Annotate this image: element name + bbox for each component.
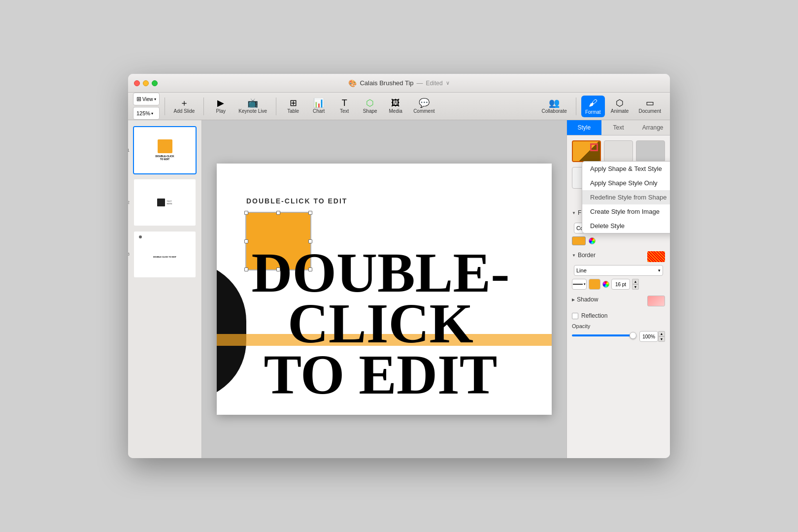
handle-top-mid[interactable] xyxy=(276,211,280,215)
text-button[interactable]: T Text xyxy=(332,96,356,117)
border-color-picker[interactable] xyxy=(602,281,609,288)
close-button[interactable] xyxy=(134,80,140,86)
media-button[interactable]: 🖼 Media xyxy=(384,96,407,117)
opacity-down[interactable]: ▼ xyxy=(658,336,665,342)
ctx-redefine-style[interactable]: Redefine Style from Shape xyxy=(582,190,670,204)
ctx-create-style[interactable]: Create Style from Image xyxy=(582,204,670,219)
fill-triangle: ▼ xyxy=(572,211,576,215)
reflection-checkbox[interactable] xyxy=(572,313,578,319)
document-icon: ▭ xyxy=(646,99,654,107)
style-grid-container: + Apply Shape & Text Style Apply Shape S… xyxy=(572,140,665,189)
zoom-button[interactable]: 125% ▾ xyxy=(133,107,160,120)
slide-thumb-2[interactable]: 2 TEXTHERE xyxy=(133,178,197,227)
collaborate-button[interactable]: 👥 Collaborate xyxy=(538,96,571,117)
slide-num-3: 3 xyxy=(128,252,130,257)
shadow-header-row: ▶ Shadow xyxy=(572,296,665,306)
style-swatch-1[interactable] xyxy=(572,140,601,162)
table-button[interactable]: ⊞ Table xyxy=(281,96,305,117)
handle-top-right[interactable] xyxy=(308,211,312,215)
border-header: ▼ Border xyxy=(572,252,596,259)
keynote-live-button[interactable]: 📺 Keynote Live xyxy=(234,96,271,117)
slide-subtitle: DOUBLE-CLICK TO EDIT xyxy=(246,197,347,205)
ctx-delete-style[interactable]: Delete Style xyxy=(582,219,670,233)
slide-2-text: TEXTHERE xyxy=(166,200,172,205)
slide-text-line2: TO EDIT xyxy=(217,349,552,400)
border-color-swatch[interactable] xyxy=(647,251,665,262)
slide-canvas: DOUBLE-CLICK TO EDIT DOUBLE-CLICK TO EDI… xyxy=(217,164,552,415)
ctx-apply-shape-text[interactable]: Apply Shape & Text Style xyxy=(582,162,670,176)
slide-num-2: 2 xyxy=(128,200,130,205)
fill-color-row xyxy=(572,236,665,245)
opacity-control-row: 100% ▲ ▼ xyxy=(572,331,665,342)
slide-thumb-1[interactable]: 1 DOUBLE-CLICKTO EDIT xyxy=(133,126,197,174)
slide-thumb-3[interactable]: 3 DOUBLE CLICK TO EDIT xyxy=(133,231,197,279)
toolbar: ⊞ View ▾ 125% ▾ ＋ Add Slide ▶ Play 📺 Key… xyxy=(128,93,670,120)
shape-icon: ⬡ xyxy=(366,99,374,107)
fill-color-picker[interactable] xyxy=(589,237,596,244)
opacity-value-box: 100% xyxy=(639,331,658,342)
minimize-button[interactable] xyxy=(143,80,149,86)
play-button[interactable]: ▶ Play xyxy=(209,96,233,117)
shadow-label: Shadow xyxy=(577,296,598,303)
border-size-box: 16 pt xyxy=(611,279,630,290)
ctx-apply-shape-only[interactable]: Apply Shape Style Only xyxy=(582,176,670,190)
opacity-up[interactable]: ▲ xyxy=(658,331,665,336)
border-line-style[interactable]: ▾ xyxy=(572,279,587,290)
fill-small-swatch[interactable] xyxy=(572,236,586,245)
app-window: 🎨 Calais Brushed Tip — Edited ∨ ⊞ View ▾… xyxy=(128,74,670,458)
format-button[interactable]: 🖌 Format xyxy=(581,96,605,117)
zoom-chevron: ▾ xyxy=(151,111,153,116)
slide-3-preview: DOUBLE CLICK TO EDIT xyxy=(134,232,196,278)
border-size-stepper[interactable]: ▲ ▼ xyxy=(632,279,639,290)
slide-text-line1: DOUBLE-CLICK xyxy=(217,247,552,349)
border-triangle: ▼ xyxy=(572,253,576,258)
shadow-triangle: ▶ xyxy=(572,298,575,302)
add-slide-button[interactable]: ＋ Add Slide xyxy=(170,96,199,117)
chart-button[interactable]: 📊 Chart xyxy=(307,96,331,117)
title-icon: 🎨 xyxy=(348,79,357,87)
border-size-up[interactable]: ▲ xyxy=(632,279,639,284)
slide-thumb-2-inner: TEXTHERE xyxy=(134,179,196,226)
table-icon: ⊞ xyxy=(290,99,297,107)
opacity-stepper[interactable]: ▲ ▼ xyxy=(658,331,665,342)
view-label: View xyxy=(142,97,153,102)
shadow-swatch[interactable] xyxy=(647,296,665,306)
animate-button[interactable]: ⬡ Animate xyxy=(607,96,633,117)
shadow-section: ▶ Shadow xyxy=(572,296,665,306)
shape-button[interactable]: ⬡ Shape xyxy=(358,96,382,117)
handle-top-left[interactable] xyxy=(244,211,248,215)
border-type-chevron: ▾ xyxy=(658,268,661,273)
panel-tabs: Style Text Arrange xyxy=(567,120,670,135)
style-grid xyxy=(572,140,665,162)
border-header-row: ▼ Border xyxy=(572,251,665,262)
slide-3-text: DOUBLE CLICK TO EDIT xyxy=(153,256,176,258)
panel-content: + Apply Shape & Text Style Apply Shape S… xyxy=(567,135,670,458)
slide-thumb-3-inner: DOUBLE CLICK TO EDIT xyxy=(134,232,196,278)
style-swatch-3[interactable] xyxy=(636,140,665,162)
document-button[interactable]: ▭ Document xyxy=(634,96,665,117)
window-subtitle: Edited xyxy=(426,80,443,87)
media-icon: 🖼 xyxy=(391,99,400,107)
border-size-down[interactable]: ▼ xyxy=(632,284,639,290)
border-type-select[interactable]: Line ▾ xyxy=(574,265,663,276)
handle-mid-left[interactable] xyxy=(244,239,248,243)
view-zoom-group: ⊞ View ▾ 125% ▾ xyxy=(133,93,160,120)
play-icon: ▶ xyxy=(217,99,224,107)
style-swatch-2[interactable] xyxy=(604,140,633,162)
opacity-row: Opacity 100% ▲ ▼ xyxy=(572,323,665,342)
tab-style[interactable]: Style xyxy=(567,120,601,135)
opacity-thumb[interactable] xyxy=(630,332,636,339)
right-panel: Style Text Arrange xyxy=(566,120,670,458)
slide-1-shape xyxy=(158,139,172,153)
tab-arrange[interactable]: Arrange xyxy=(635,120,670,135)
main-area: 1 DOUBLE-CLICKTO EDIT 2 TEXTHERE xyxy=(128,120,670,458)
view-button[interactable]: ⊞ View ▾ xyxy=(133,93,160,105)
collaborate-icon: 👥 xyxy=(549,99,560,107)
canvas-area[interactable]: DOUBLE-CLICK TO EDIT DOUBLE-CLICK TO EDI… xyxy=(202,120,566,458)
edited-chevron: ∨ xyxy=(446,80,450,86)
fullscreen-button[interactable] xyxy=(152,80,158,86)
comment-button[interactable]: 💬 Comment xyxy=(409,96,438,117)
tab-text[interactable]: Text xyxy=(601,120,636,135)
opacity-track[interactable] xyxy=(572,334,636,336)
border-color-box[interactable] xyxy=(589,279,600,290)
